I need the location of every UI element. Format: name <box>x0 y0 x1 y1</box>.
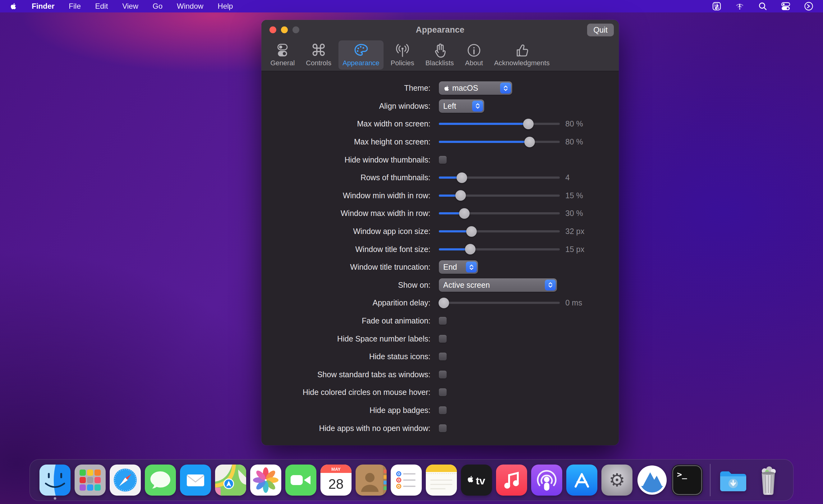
dock-item-facetime[interactable] <box>285 465 316 496</box>
popup-stepper-icon[interactable] <box>472 101 483 112</box>
setting-label: Hide colored circles on mouse hover: <box>262 388 431 397</box>
slider-knob[interactable] <box>457 172 467 183</box>
dock-item-mail[interactable] <box>180 465 211 496</box>
setting-row-hide-apps-with-no-open-window: Hide apps with no open window: <box>262 419 619 437</box>
quit-button[interactable]: Quit <box>587 24 614 36</box>
menu-view[interactable]: View <box>122 2 138 11</box>
setting-value: 0 ms <box>565 298 582 307</box>
dock-item-finder[interactable] <box>39 465 70 496</box>
slider-knob[interactable] <box>524 137 535 147</box>
tab-controls[interactable]: ⌘Controls <box>302 40 335 69</box>
setting-row-max-height-on-screen: Max height on screen:80 % <box>262 133 619 151</box>
tab-label: Controls <box>306 59 331 67</box>
max-width-on-screen-slider[interactable] <box>439 118 560 130</box>
dock-item-tv[interactable]: tv <box>461 465 492 496</box>
setting-value: 80 % <box>565 137 583 146</box>
setting-label: Max height on screen: <box>262 137 431 146</box>
setting-row-theme: Theme:macOS <box>262 79 619 97</box>
dock-item-alttab[interactable] <box>637 465 668 496</box>
apparition-delay-slider[interactable] <box>439 297 560 309</box>
spotlight-search-icon[interactable] <box>758 1 768 11</box>
toggles-icon <box>275 42 290 58</box>
setting-row-fade-out-animation: Fade out animation: <box>262 312 619 330</box>
menu-go[interactable]: Go <box>153 2 163 11</box>
window-title-font-size-slider[interactable] <box>439 243 560 255</box>
window-max-width-in-row-slider[interactable] <box>439 208 560 219</box>
dock-item-maps[interactable] <box>215 465 246 496</box>
align-windows-popup[interactable]: Left <box>439 100 484 113</box>
tab-acknowledgments[interactable]: Acknowledgments <box>490 40 554 69</box>
window-title-truncation-popup[interactable]: End <box>439 261 478 274</box>
slider-knob[interactable] <box>523 119 534 129</box>
hide-space-number-labels-checkbox[interactable] <box>439 335 447 343</box>
setting-label: Hide app badges: <box>262 406 431 415</box>
control-center-icon[interactable] <box>781 1 791 11</box>
active-app-menu[interactable]: Finder <box>32 2 54 11</box>
hide-apps-with-no-open-window-checkbox[interactable] <box>439 425 447 432</box>
dock-item-system-preferences[interactable]: ⚙ <box>602 465 633 496</box>
tab-general[interactable]: General <box>266 40 299 69</box>
dock-item-safari[interactable] <box>110 465 141 496</box>
setting-label: Rows of thumbnails: <box>262 173 431 182</box>
dock-item-reminders[interactable] <box>391 465 422 496</box>
setting-row-show-on: Show on:Active screen <box>262 276 619 294</box>
tab-about[interactable]: About <box>461 40 487 69</box>
dock-divider <box>710 464 710 496</box>
setting-label: Align windows: <box>262 102 431 111</box>
slider-knob[interactable] <box>439 298 449 308</box>
popup-stepper-icon[interactable] <box>545 280 556 291</box>
setting-value: 4 <box>565 173 570 182</box>
rows-of-thumbnails-slider[interactable] <box>439 172 560 183</box>
dock-item-calendar[interactable]: MAY28 <box>320 465 351 496</box>
popup-stepper-icon[interactable] <box>500 82 511 94</box>
menu-window[interactable]: Window <box>177 2 203 11</box>
slider-knob[interactable] <box>465 244 476 255</box>
dock-item-downloads[interactable] <box>718 465 749 496</box>
window-app-icon-size-slider[interactable] <box>439 226 560 237</box>
hide-window-thumbnails-checkbox[interactable] <box>439 156 447 164</box>
dock-item-podcasts[interactable] <box>531 465 562 496</box>
tab-policies[interactable]: Policies <box>387 40 418 69</box>
tab-appearance[interactable]: Appearance <box>338 40 383 69</box>
show-standard-tabs-as-windows-checkbox[interactable] <box>439 371 447 378</box>
hide-app-badges-checkbox[interactable] <box>439 406 447 414</box>
traffic-lights <box>270 26 299 33</box>
dock-item-terminal[interactable]: >_ <box>672 465 703 496</box>
window-header: Appearance Quit General⌘ControlsAppearan… <box>262 20 619 71</box>
theme-popup[interactable]: macOS <box>439 81 512 95</box>
close-button[interactable] <box>270 26 276 33</box>
dock-item-notes[interactable] <box>426 465 457 496</box>
menu-edit[interactable]: Edit <box>95 2 108 11</box>
dock-item-messages[interactable] <box>145 465 176 496</box>
setting-label: Max width on screen: <box>262 119 431 128</box>
max-height-on-screen-slider[interactable] <box>439 136 560 148</box>
title-bar[interactable]: Appearance Quit <box>262 20 619 40</box>
dock-item-launchpad[interactable] <box>74 465 106 496</box>
shell-circle-icon[interactable] <box>804 1 814 11</box>
slider-knob[interactable] <box>459 208 470 219</box>
wifi-alert-icon[interactable] <box>735 1 745 11</box>
show-on-popup[interactable]: Active screen <box>439 279 557 292</box>
fade-out-animation-checkbox[interactable] <box>439 317 447 325</box>
preferences-toolbar: General⌘ControlsAppearancePoliciesBlackl… <box>262 40 619 69</box>
dock-item-photos[interactable] <box>250 465 281 496</box>
info-icon <box>466 42 482 58</box>
slider-knob[interactable] <box>466 226 477 237</box>
tab-blacklists[interactable]: Blacklists <box>422 40 458 69</box>
setting-value: 15 px <box>565 245 584 254</box>
popup-stepper-icon[interactable] <box>466 262 477 273</box>
alttab-menubar-icon[interactable] <box>712 1 722 11</box>
menu-help[interactable]: Help <box>217 2 233 11</box>
dock-item-app-store[interactable] <box>566 465 597 496</box>
menu-bar: Finder FileEditViewGoWindowHelp <box>0 0 823 12</box>
hide-colored-circles-on-mouse-hover-checkbox[interactable] <box>439 388 447 396</box>
hide-status-icons-checkbox[interactable] <box>439 353 447 360</box>
apple-menu-icon[interactable] <box>9 2 17 10</box>
minimize-button[interactable] <box>281 26 288 33</box>
menu-file[interactable]: File <box>69 2 81 11</box>
dock-item-music[interactable] <box>496 465 527 496</box>
window-min-width-in-row-slider[interactable] <box>439 190 560 201</box>
dock-item-trash[interactable] <box>753 465 784 496</box>
slider-knob[interactable] <box>455 190 466 201</box>
dock-item-contacts[interactable] <box>356 465 387 496</box>
